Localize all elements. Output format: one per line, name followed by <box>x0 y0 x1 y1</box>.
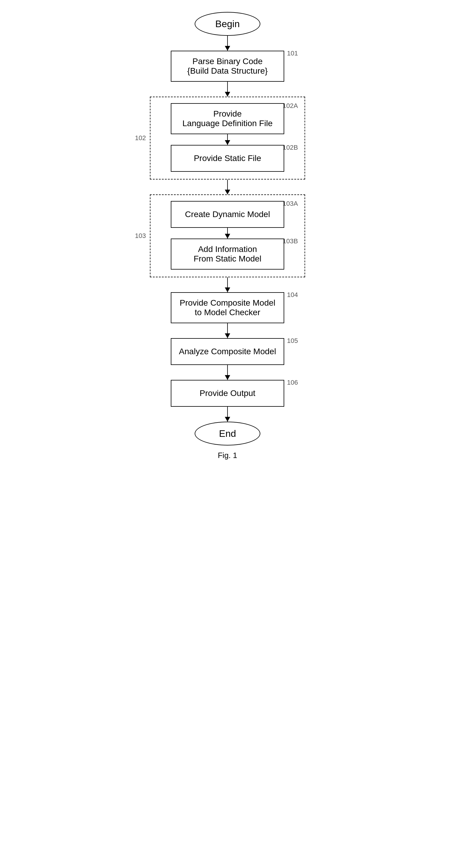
arrow-102-to-103 <box>227 180 228 194</box>
arrow-106-to-end <box>227 407 228 422</box>
arrow-104-to-105 <box>227 323 228 338</box>
step-104-text: Provide Composite Model to Model Checker <box>180 298 276 317</box>
arrow-101-to-102 <box>227 82 228 97</box>
group-103-label: 103 <box>135 232 146 240</box>
step-103a-label: 103A <box>283 200 298 208</box>
step-102a-text: Provide Language Definition File <box>182 109 273 128</box>
step-103b-box: 103B Add Information From Static Model <box>171 239 284 270</box>
step-103a-text: Create Dynamic Model <box>185 210 270 219</box>
group-103: 103 103A Create Dynamic Model 103B Add I… <box>150 194 305 277</box>
step-102a-label: 102A <box>283 102 298 110</box>
step-101-text: Parse Binary Code {Build Data Structure} <box>187 57 267 76</box>
begin-label: Begin <box>215 19 240 30</box>
step-105-text: Analyze Composite Model <box>179 347 276 356</box>
step-102a-box: 102A Provide Language Definition File <box>171 103 284 134</box>
begin-ellipse: Begin <box>195 12 260 36</box>
arrow-105-to-106 <box>227 365 228 380</box>
step-102b-box: 102B Provide Static File <box>171 145 284 172</box>
step-102b-label: 102B <box>283 144 298 152</box>
group-102: 102 102A Provide Language Definition Fil… <box>150 97 305 180</box>
step-104-box: 104 Provide Composite Model to Model Che… <box>171 292 284 323</box>
step-103a-box: 103A Create Dynamic Model <box>171 201 284 228</box>
step-104-label: 104 <box>287 291 298 299</box>
step-106-text: Provide Output <box>200 389 256 398</box>
end-label: End <box>219 428 236 439</box>
step-101-label: 101 <box>287 50 298 57</box>
arrow-begin-to-101 <box>227 36 228 51</box>
step-103b-text: Add Information From Static Model <box>194 245 261 264</box>
group-102-label: 102 <box>135 134 146 142</box>
arrow-103-to-104 <box>227 277 228 292</box>
step-103b-label: 103B <box>283 237 298 245</box>
step-105-box: 105 Analyze Composite Model <box>171 338 284 365</box>
figure-label: Fig. 1 <box>218 451 237 460</box>
step-105-label: 105 <box>287 337 298 345</box>
step-102b-text: Provide Static File <box>194 154 261 163</box>
step-106-box: 106 Provide Output <box>171 380 284 407</box>
arrow-102a-to-102b <box>227 134 228 145</box>
step-106-label: 106 <box>287 379 298 386</box>
end-ellipse: End <box>195 422 260 445</box>
flowchart-diagram: Begin 101 Parse Binary Code {Build Data … <box>123 12 332 460</box>
step-101-box: 101 Parse Binary Code {Build Data Struct… <box>171 51 284 82</box>
arrow-103a-to-103b <box>227 228 228 239</box>
